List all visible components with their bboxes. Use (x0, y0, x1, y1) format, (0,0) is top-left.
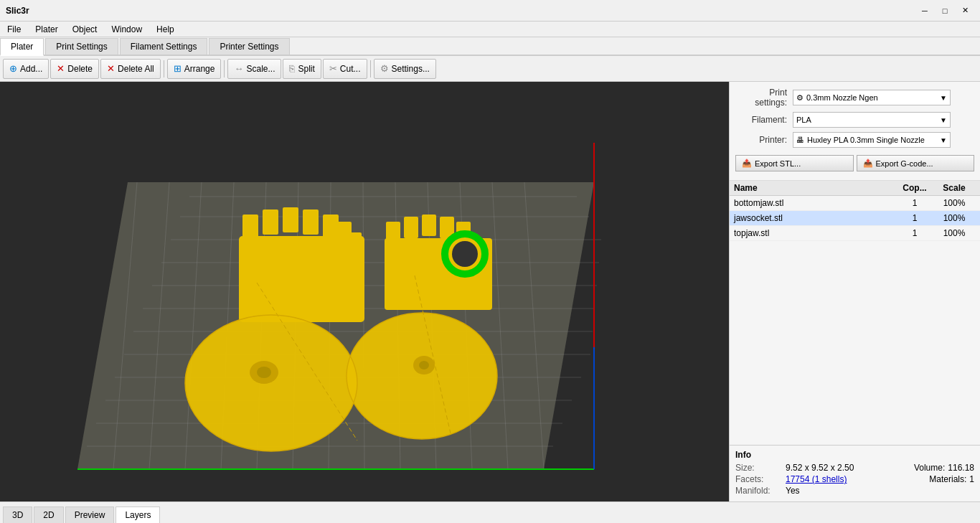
export-buttons: 📤 Export STL... 📤 Export G-code... (735, 152, 974, 174)
delete-button[interactable]: ✕ Delete (50, 59, 99, 79)
menu-help[interactable]: Help (149, 23, 182, 36)
tab-printer-settings[interactable]: Printer Settings (209, 38, 289, 55)
btab-layers[interactable]: Layers (116, 506, 160, 523)
maximize-button[interactable]: □ (936, 4, 954, 18)
object-name-0: bottomjaw.stl (734, 198, 897, 208)
minimize-button[interactable]: ─ (915, 4, 934, 18)
table-row[interactable]: topjaw.stl 1 100% (730, 226, 980, 241)
object-copies-0: 1 (897, 198, 933, 208)
tab-filament-settings[interactable]: Filament Settings (120, 38, 208, 55)
add-button[interactable]: ⊕ Add... (3, 59, 49, 79)
info-volume-label: Volume: (914, 463, 945, 473)
menu-object[interactable]: Object (65, 23, 105, 36)
svg-rect-33 (283, 207, 298, 232)
col-name-header: Name (734, 183, 897, 193)
info-manifold-row: Manifold: Yes (735, 486, 974, 496)
info-area: Info Size: 9.52 x 9.52 x 2.50 Volume: 11… (730, 445, 980, 501)
gear-icon: ⚙ (796, 93, 804, 103)
object-name-2: topjaw.stl (734, 228, 897, 238)
info-facets-value: 17754 (1 shells) (786, 474, 920, 484)
separator-2 (224, 60, 225, 77)
viewport[interactable] (0, 82, 729, 501)
dropdown-arrow-printer: ▼ (940, 136, 947, 144)
print-settings-label: Print settings: (735, 88, 793, 108)
export-stl-button[interactable]: 📤 Export STL... (735, 155, 854, 171)
arrange-icon: ⊞ (174, 63, 182, 74)
delete-all-button[interactable]: ✕ Delete All (100, 59, 161, 79)
app-title: Slic3r (6, 6, 29, 16)
filament-label: Filament: (735, 115, 793, 125)
tabbar: Plater Print Settings Filament Settings … (0, 37, 980, 56)
table-row[interactable]: bottomjaw.stl 1 100% (730, 196, 980, 211)
svg-rect-31 (242, 215, 258, 240)
scene-canvas (0, 82, 729, 501)
tab-print-settings[interactable]: Print Settings (45, 38, 118, 55)
svg-rect-45 (422, 215, 436, 236)
toolbar: ⊕ Add... ✕ Delete ✕ Delete All ⊞ Arrange… (0, 56, 980, 82)
arrange-button[interactable]: ⊞ Arrange (167, 59, 222, 79)
info-manifold-label: Manifold: (735, 486, 786, 496)
btab-3d[interactable]: 3D (3, 506, 32, 523)
btab-2d[interactable]: 2D (34, 506, 63, 523)
filament-select[interactable]: PLA ▼ (793, 112, 951, 128)
cut-button[interactable]: ✂ Cut... (323, 59, 367, 79)
btab-preview[interactable]: Preview (65, 506, 115, 523)
right-panel: Print settings: ⚙ 0.3mm Nozzle Ngen ▼ Fi… (729, 82, 980, 501)
tab-plater[interactable]: Plater (0, 38, 44, 56)
filament-row: Filament: PLA ▼ (735, 112, 974, 128)
close-button[interactable]: ✕ (956, 4, 974, 18)
svg-point-42 (347, 313, 497, 439)
table-row[interactable]: jawsocket.stl 1 100% (730, 211, 980, 226)
object-scale-1: 100% (933, 213, 976, 223)
separator-1 (164, 60, 164, 77)
table-header: Name Cop... Scale (730, 181, 980, 196)
dropdown-arrow-filament: ▼ (940, 116, 947, 124)
printer-icon: 🖶 (796, 136, 804, 144)
settings-icon: ⚙ (380, 63, 389, 74)
object-copies-2: 1 (897, 228, 933, 238)
info-materials-value: 1 (969, 474, 974, 484)
info-facets-row: Facets: 17754 (1 shells) Materials: 1 (735, 474, 974, 484)
menubar: File Plater Object Window Help (0, 22, 980, 37)
delete-all-icon: ✕ (107, 63, 115, 74)
facets-link[interactable]: 17754 (1 shells) (786, 474, 847, 484)
scale-button[interactable]: ↔ Scale... (227, 59, 281, 79)
svg-rect-34 (303, 209, 319, 235)
export-stl-icon: 📤 (742, 159, 752, 168)
printer-row: Printer: 🖶 Huxley PLA 0.3mm Single Nozzl… (735, 132, 974, 148)
objects-table: Name Cop... Scale bottomjaw.stl 1 100% j… (730, 181, 980, 445)
menu-plater[interactable]: Plater (28, 23, 65, 36)
menu-window[interactable]: Window (104, 23, 149, 36)
printer-label: Printer: (735, 135, 793, 145)
info-title: Info (735, 450, 974, 460)
settings-button[interactable]: ⚙ Settings... (374, 59, 436, 79)
svg-point-40 (257, 367, 271, 378)
info-facets-label: Facets: (735, 474, 786, 484)
info-materials-label: Materials: (929, 474, 966, 484)
col-copies-header: Cop... (897, 183, 933, 193)
delete-icon: ✕ (57, 63, 65, 74)
svg-rect-32 (263, 209, 278, 235)
object-copies-1: 1 (897, 213, 933, 223)
object-scale-2: 100% (933, 228, 976, 238)
settings-area: Print settings: ⚙ 0.3mm Nozzle Ngen ▼ Fi… (730, 82, 980, 181)
info-volume-value: 116.18 (948, 463, 974, 473)
split-icon: ⎘ (289, 63, 295, 74)
svg-point-30 (185, 315, 357, 451)
bottom-tabs: 3D 2D Preview Layers (0, 501, 980, 523)
menu-file[interactable]: File (0, 23, 28, 36)
info-size-label: Size: (735, 463, 786, 473)
printer-select[interactable]: 🖶 Huxley PLA 0.3mm Single Nozzle ▼ (793, 132, 951, 148)
print-settings-select[interactable]: ⚙ 0.3mm Nozzle Ngen ▼ (793, 90, 951, 105)
split-button[interactable]: ⎘ Split (283, 59, 321, 79)
print-settings-row: Print settings: ⚙ 0.3mm Nozzle Ngen ▼ (735, 88, 974, 108)
export-gcode-icon: 📤 (863, 159, 873, 168)
object-scale-0: 100% (933, 198, 976, 208)
col-scale-header: Scale (933, 183, 976, 193)
info-size-value: 9.52 x 9.52 x 2.50 (786, 463, 905, 473)
svg-rect-44 (404, 217, 418, 238)
scale-icon: ↔ (234, 63, 243, 74)
export-gcode-button[interactable]: 📤 Export G-code... (857, 155, 975, 171)
info-size-row: Size: 9.52 x 9.52 x 2.50 Volume: 116.18 (735, 463, 974, 473)
titlebar: Slic3r ─ □ ✕ (0, 0, 980, 22)
